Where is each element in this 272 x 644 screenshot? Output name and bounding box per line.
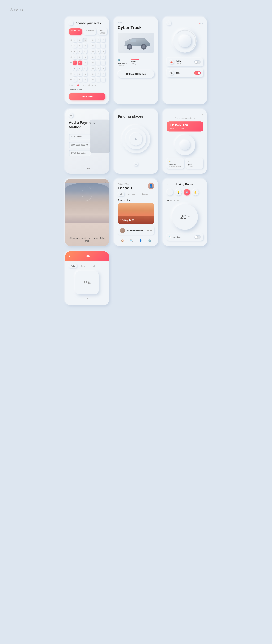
payment-back-button[interactable]: ←: [69, 113, 74, 118]
seat-chosen[interactable]: B: [78, 60, 82, 65]
seat-chosen[interactable]: A: [73, 60, 77, 65]
unlock-button[interactable]: Unlock $190 / Day: [118, 70, 154, 78]
payment-done-button[interactable]: Done: [84, 167, 90, 170]
bulb-tab-auto[interactable]: Auto: [69, 264, 77, 268]
cyber-stat-battery: 100% Battery: [131, 59, 139, 66]
seat[interactable]: E: [96, 49, 100, 54]
smart-back-button[interactable]: ←: [167, 21, 171, 26]
seat[interactable]: A: [73, 66, 77, 70]
seats-tab-business[interactable]: Business: [83, 28, 96, 35]
music-tab-hiphop[interactable]: Hip-Hop: [139, 192, 150, 196]
living-ac-button[interactable]: ❄️: [184, 189, 190, 196]
seat[interactable]: D: [91, 44, 95, 48]
seat[interactable]: B: [78, 66, 82, 70]
euro-knob[interactable]: [175, 134, 195, 155]
kettle-toggle[interactable]: [194, 60, 201, 64]
seat[interactable]: A: [73, 72, 77, 76]
seat[interactable]: B: [78, 78, 82, 82]
living-room-ac[interactable]: A/C: [177, 200, 180, 202]
seat[interactable]: A: [73, 55, 77, 59]
seat[interactable]: C: [83, 60, 87, 65]
seat[interactable]: C: [83, 72, 87, 76]
seat[interactable]: B: [78, 38, 82, 42]
seat[interactable]: A: [73, 49, 77, 54]
seats-tab-economy[interactable]: Economy: [69, 28, 82, 35]
seat[interactable]: B: [78, 44, 82, 48]
seat[interactable]: D: [91, 60, 95, 65]
next-button[interactable]: ⏭: [150, 230, 152, 232]
seat[interactable]: D: [91, 38, 95, 42]
more-icon[interactable]: ⋯: [152, 21, 154, 24]
bulb-menu-icon[interactable]: ≡: [69, 255, 70, 258]
living-menu-icon[interactable]: ≡: [167, 183, 168, 186]
weather-widget[interactable]: ⛅ Weather What's the weather?: [167, 158, 184, 169]
living-room-bedroom[interactable]: Bedroom: [167, 200, 174, 202]
living-timer-toggle[interactable]: [194, 236, 201, 239]
bulb-more-icon[interactable]: ⋯: [103, 255, 105, 258]
seat[interactable]: E: [96, 55, 100, 59]
seat[interactable]: A: [73, 38, 77, 42]
seat[interactable]: A: [73, 44, 77, 48]
seat[interactable]: C: [83, 66, 87, 70]
music-album[interactable]: Friday Mix: [118, 203, 154, 224]
seat[interactable]: E: [96, 60, 100, 65]
seat[interactable]: D: [91, 49, 95, 54]
seat[interactable]: F: [101, 49, 105, 54]
living-light-button[interactable]: 💡: [175, 189, 182, 196]
euro-close-button[interactable]: ×: [167, 113, 203, 116]
seat[interactable]: E: [96, 66, 100, 70]
seat[interactable]: F: [101, 55, 105, 59]
bulb-off-label[interactable]: Off: [69, 298, 105, 302]
nav-search-icon[interactable]: 🔍: [130, 239, 133, 242]
living-temp-knob[interactable]: 20°C: [172, 204, 198, 230]
cyber-stat-gearbox: ⚙️ Automatic Gearbox: [118, 59, 127, 66]
seat[interactable]: F: [101, 78, 105, 82]
book-now-button[interactable]: Book now: [69, 93, 105, 100]
bulb-knob[interactable]: 38%: [76, 271, 99, 294]
seat[interactable]: E: [96, 72, 100, 76]
seats-back-button[interactable]: ←: [69, 21, 74, 26]
seat[interactable]: E: [96, 44, 100, 48]
face-close-button[interactable]: ×: [105, 181, 106, 184]
seat[interactable]: F: [101, 72, 105, 76]
nav-settings-icon[interactable]: ⚙️: [148, 239, 151, 242]
seat[interactable]: A: [73, 78, 77, 82]
seat[interactable]: D: [91, 78, 95, 82]
seat[interactable]: F: [101, 60, 105, 65]
nav-user-icon[interactable]: 👤: [139, 239, 142, 242]
nav-home-icon[interactable]: 🏠: [121, 239, 124, 242]
seat[interactable]: C: [83, 44, 87, 48]
seat[interactable]: D: [91, 55, 95, 59]
living-add-button[interactable]: +: [167, 189, 173, 196]
bulb-tab-hue[interactable]: HUE: [90, 264, 98, 268]
euro-banner-sub: Today, 1 euro equals: [170, 127, 200, 129]
seat[interactable]: E: [96, 38, 100, 42]
seat[interactable]: C: [83, 49, 87, 54]
seat[interactable]: B: [78, 72, 82, 76]
seat[interactable]: D: [91, 72, 95, 76]
seat[interactable]: D: [91, 66, 95, 70]
music-widget[interactable]: ♪ Music Turn on: [186, 158, 203, 169]
card-number-input[interactable]: [69, 142, 91, 148]
seat[interactable]: C: [83, 55, 87, 59]
more-icon[interactable]: ⋯: [130, 183, 133, 186]
cv-input[interactable]: [69, 150, 91, 156]
music-tab-ambient[interactable]: Ambient: [126, 192, 137, 196]
seat[interactable]: B: [78, 55, 82, 59]
seat[interactable]: F: [101, 38, 105, 42]
seat[interactable]: F: [101, 44, 105, 48]
living-more-icon[interactable]: ⋯: [201, 183, 203, 186]
living-bell-button[interactable]: 🔔: [192, 189, 198, 196]
prev-button[interactable]: ⏮: [147, 230, 149, 232]
bulb-tab-timer[interactable]: Timer: [79, 264, 88, 268]
seat[interactable]: C: [83, 78, 87, 82]
card-holder-input[interactable]: [69, 134, 91, 140]
bulb-body: Auto Timer HUE 38% Off: [65, 261, 109, 305]
iron-toggle[interactable]: [194, 71, 201, 74]
seat[interactable]: B: [78, 49, 82, 54]
music-tab-all[interactable]: All: [118, 192, 124, 196]
smart-knob[interactable]: [173, 29, 196, 52]
seat[interactable]: E: [96, 78, 100, 82]
seat[interactable]: F: [101, 66, 105, 70]
seats-tab-first[interactable]: 1st Class: [98, 28, 108, 35]
